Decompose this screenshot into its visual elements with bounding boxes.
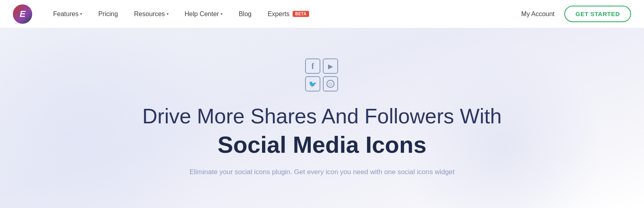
nav-item-help-center[interactable]: Help Center ▾ bbox=[178, 7, 229, 21]
hero-content: f ▶ 🐦 ○ Drive More Shares And Followers … bbox=[142, 58, 502, 177]
nav-right: My Account GET STARTED bbox=[521, 6, 631, 22]
instagram-icon: ○ bbox=[326, 80, 334, 88]
facebook-icon-box: f bbox=[305, 58, 320, 74]
get-started-button[interactable]: GET STARTED bbox=[564, 6, 631, 22]
logo[interactable]: E bbox=[13, 4, 32, 24]
instagram-icon-box: ○ bbox=[323, 76, 338, 92]
hero-title-line2: Social Media Icons bbox=[218, 131, 427, 159]
nav-item-experts[interactable]: Experts BETA bbox=[261, 7, 316, 21]
twitter-icon: 🐦 bbox=[309, 80, 317, 88]
nav-item-features[interactable]: Features ▾ bbox=[47, 7, 89, 21]
chevron-down-icon: ▾ bbox=[80, 12, 82, 16]
facebook-icon: f bbox=[312, 62, 314, 71]
nav-item-pricing[interactable]: Pricing bbox=[92, 7, 124, 21]
nav-label-pricing: Pricing bbox=[98, 10, 118, 18]
nav-label-features: Features bbox=[53, 10, 78, 18]
nav-links: Features ▾ Pricing Resources ▾ Help Cent… bbox=[47, 7, 521, 21]
youtube-icon-box: ▶ bbox=[323, 58, 338, 74]
hero-subtitle: Eliminate your social icons plugin. Get … bbox=[190, 166, 455, 177]
nav-item-blog[interactable]: Blog bbox=[232, 7, 258, 21]
experts-beta-badge: BETA bbox=[293, 11, 309, 17]
my-account-link[interactable]: My Account bbox=[521, 10, 555, 18]
hero-title-line1: Drive More Shares And Followers With bbox=[142, 104, 502, 129]
social-icons-grid: f ▶ 🐦 ○ bbox=[305, 58, 339, 92]
nav-label-blog: Blog bbox=[239, 10, 252, 18]
nav-label-resources: Resources bbox=[134, 10, 165, 18]
hero-section: f ▶ 🐦 ○ Drive More Shares And Followers … bbox=[0, 28, 644, 208]
logo-letter: E bbox=[20, 9, 26, 19]
twitter-icon-box: 🐦 bbox=[305, 76, 320, 92]
navbar: E Features ▾ Pricing Resources ▾ Help Ce… bbox=[0, 0, 644, 28]
youtube-icon: ▶ bbox=[328, 62, 333, 70]
nav-item-resources[interactable]: Resources ▾ bbox=[128, 7, 175, 21]
nav-label-experts: Experts bbox=[268, 10, 289, 18]
chevron-down-icon: ▾ bbox=[221, 12, 223, 16]
chevron-down-icon: ▾ bbox=[167, 12, 169, 16]
nav-label-help-center: Help Center bbox=[185, 10, 219, 18]
